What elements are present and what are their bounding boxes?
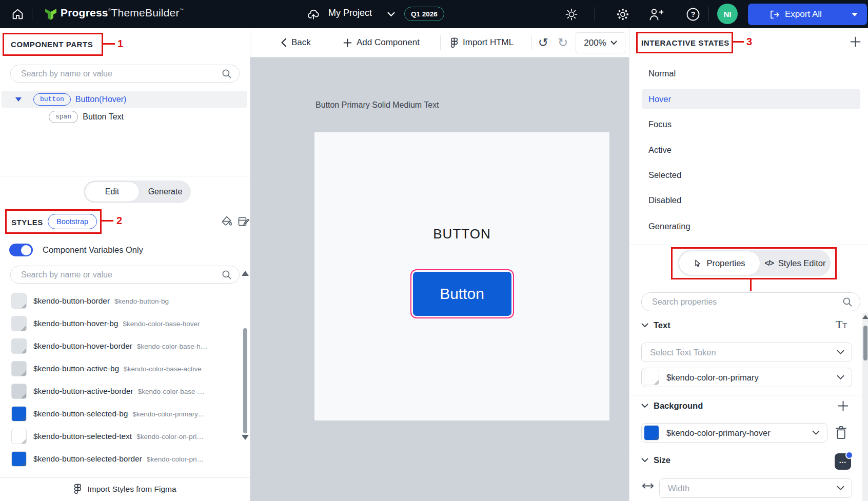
zoom-level-select[interactable]: 200%: [576, 32, 625, 53]
scrollbar-thumb[interactable]: [863, 326, 867, 360]
back-button[interactable]: Back: [281, 28, 311, 57]
avatar[interactable]: NI: [717, 4, 738, 24]
color-swatch[interactable]: [11, 361, 27, 376]
cloud-upload-icon: [307, 8, 321, 21]
scrollbar-thumb[interactable]: [243, 328, 247, 433]
variable-row[interactable]: $kendo-button-border$kendo-button-bg: [11, 292, 207, 310]
notification-dot: [845, 451, 853, 459]
background-section-header[interactable]: Background: [641, 401, 703, 411]
color-swatch[interactable]: [11, 406, 27, 422]
state-normal[interactable]: Normal: [642, 63, 860, 84]
size-section-header[interactable]: Size: [641, 455, 670, 465]
background-color-select[interactable]: $kendo-color-primary-hover: [641, 423, 827, 443]
figma-icon: [74, 484, 82, 494]
annotation-line-2: [102, 220, 113, 222]
search-icon: [222, 270, 232, 280]
canvas-toolbar: Back Add Component Import HTML ↺ ↻ 200%: [250, 28, 629, 57]
add-state-icon[interactable]: [850, 36, 861, 47]
color-swatch[interactable]: [11, 316, 27, 331]
size-options-button[interactable]: …: [835, 453, 851, 470]
tab-generate[interactable]: Generate: [140, 187, 191, 196]
styles-search-input[interactable]: [20, 270, 222, 280]
state-selected[interactable]: Selected: [642, 165, 860, 185]
variable-row[interactable]: $kendo-button-active-bg$kendo-color-base…: [11, 359, 207, 378]
variable-row[interactable]: $kendo-button-active-border$kendo-color-…: [11, 382, 207, 400]
scroll-up-arrow[interactable]: [862, 315, 868, 319]
variable-row[interactable]: $kendo-button-selected-bg$kendo-color-pr…: [11, 405, 207, 423]
typography-icon[interactable]: TT: [836, 318, 847, 331]
home-icon[interactable]: [11, 8, 24, 21]
import-styles-figma-button[interactable]: Import Styles from Figma: [0, 484, 250, 494]
width-icon: [641, 482, 655, 490]
tab-edit[interactable]: Edit: [85, 182, 140, 202]
text-section-header[interactable]: Text: [641, 320, 670, 330]
interactive-states-panel: INTERACTIVE STATES 3 Normal Hover Focus …: [629, 28, 868, 501]
styles-search-field[interactable]: [10, 266, 240, 284]
variable-row[interactable]: $kendo-button-hover-border$kendo-color-b…: [11, 337, 207, 355]
project-name[interactable]: My Project: [328, 8, 372, 18]
import-html-button[interactable]: Import HTML: [450, 28, 514, 57]
toggle-label: Component Variables Only: [43, 245, 143, 255]
color-swatch[interactable]: [11, 384, 27, 399]
chevron-down-icon: [641, 404, 648, 408]
component-parts-heading: COMPONENT PARTS: [11, 40, 93, 49]
state-hover[interactable]: Hover: [642, 89, 860, 109]
color-swatch[interactable]: [11, 451, 27, 467]
variable-row[interactable]: $kendo-button-selected-text$kendo-color-…: [11, 427, 207, 446]
styles-framework-badge[interactable]: Bootstrap: [48, 214, 97, 229]
redo-icon[interactable]: ↻: [558, 28, 568, 57]
chevron-down-icon: [837, 350, 844, 355]
export-caret-icon[interactable]: [852, 13, 858, 16]
width-select[interactable]: Width: [659, 478, 852, 498]
delete-background-icon[interactable]: [834, 425, 848, 440]
artboard[interactable]: BUTTON Button: [314, 132, 609, 420]
variable-row[interactable]: $kendo-button-selected-border$kendo-colo…: [11, 450, 207, 468]
state-disabled[interactable]: Disabled: [642, 190, 860, 210]
divider: [629, 395, 868, 395]
preview-section-heading: BUTTON: [314, 226, 609, 242]
invite-user-icon[interactable]: [648, 7, 664, 22]
tab-properties[interactable]: Properties: [679, 251, 760, 275]
state-focus[interactable]: Focus: [642, 114, 860, 134]
export-all-button[interactable]: Export All: [748, 4, 867, 25]
properties-search-field[interactable]: [641, 292, 860, 311]
variables-list: $kendo-button-border$kendo-button-bg $ke…: [11, 292, 207, 468]
add-background-icon[interactable]: [838, 400, 849, 411]
plus-icon: [343, 38, 352, 47]
undo-icon[interactable]: ↺: [538, 28, 548, 57]
state-active[interactable]: Active: [642, 139, 860, 160]
divider: [629, 245, 868, 245]
add-component-button[interactable]: Add Component: [343, 28, 420, 57]
scroll-up-arrow[interactable]: [242, 271, 249, 276]
theme-toggle-sun-icon[interactable]: [564, 7, 579, 22]
chevron-down-icon[interactable]: [387, 12, 395, 17]
color-swatch[interactable]: [11, 293, 27, 309]
tab-styles-editor[interactable]: </> Styles Editor: [760, 258, 831, 268]
progress-logo-icon[interactable]: [44, 7, 57, 22]
paint-bucket-icon[interactable]: [221, 215, 233, 228]
component-variables-toggle[interactable]: [9, 244, 33, 256]
properties-search-input[interactable]: [651, 297, 842, 307]
color-swatch[interactable]: [11, 429, 27, 444]
preview-button-selected[interactable]: Button: [413, 272, 511, 316]
component-search-field[interactable]: [10, 65, 240, 83]
help-icon[interactable]: ?: [685, 7, 701, 22]
state-generating[interactable]: Generating: [642, 216, 860, 236]
tree-item-button-text[interactable]: span Button Text: [2, 108, 247, 125]
design-canvas[interactable]: Button Primary Solid Medium Text BUTTON …: [250, 57, 629, 501]
text-color-select[interactable]: $kendo-color-on-primary: [641, 368, 852, 387]
palette-icon[interactable]: [237, 215, 250, 228]
text-token-select[interactable]: Select Text Token: [641, 343, 852, 362]
project-version-badge: Q1 2026: [404, 7, 444, 21]
export-icon: [768, 9, 780, 20]
cursor-icon: [694, 259, 702, 268]
variable-row[interactable]: $kendo-button-hover-bg$kendo-color-base-…: [11, 314, 207, 333]
settings-gear-icon[interactable]: [615, 7, 630, 22]
color-swatch[interactable]: [11, 338, 27, 354]
scroll-down-arrow[interactable]: [242, 435, 249, 440]
svg-text:?: ?: [691, 10, 696, 18]
panel-scrollbar[interactable]: [862, 313, 868, 501]
component-search-input[interactable]: [20, 69, 222, 79]
expander-chevron-icon[interactable]: [15, 97, 22, 102]
tree-item-button-hover[interactable]: button Button(Hover): [2, 91, 247, 108]
